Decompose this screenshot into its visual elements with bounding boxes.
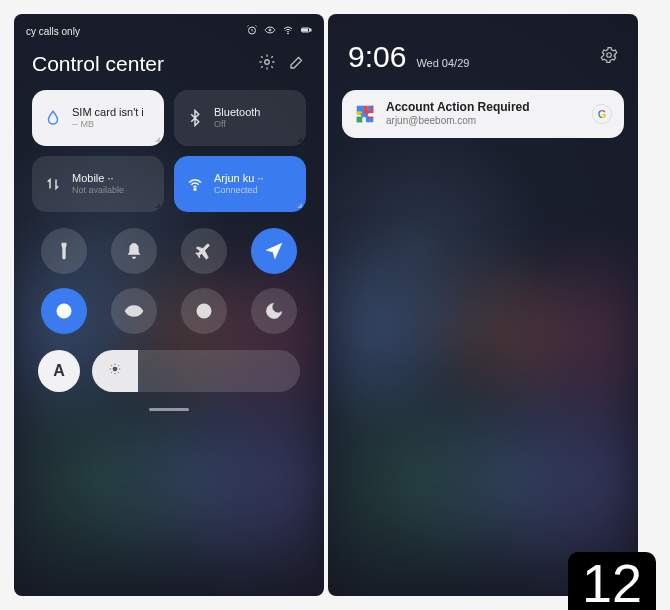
notification-title: Account Action Required — [386, 100, 582, 115]
toggle-sound[interactable] — [111, 228, 157, 274]
tile-wifi[interactable]: Arjun ku ·· Connected — [174, 156, 306, 212]
svg-rect-4 — [310, 29, 311, 31]
svg-point-1 — [269, 29, 271, 31]
tile-sim-title: SIM card isn't i — [72, 106, 144, 119]
panel-handle[interactable] — [149, 408, 189, 411]
svg-point-2 — [288, 33, 289, 34]
control-center-header: Control center — [14, 44, 324, 90]
clock-time: 9:06 — [348, 40, 406, 74]
tile-mobile-sub: Not available — [72, 185, 124, 196]
toggle-airplane[interactable] — [181, 228, 227, 274]
svg-rect-5 — [303, 29, 308, 31]
tile-mobile-title: Mobile ·· — [72, 172, 124, 185]
mobile-data-icon — [42, 175, 64, 193]
tile-mobile-data[interactable]: Mobile ·· Not available — [32, 156, 164, 212]
svg-point-13 — [607, 53, 612, 58]
toggle-reading-mode[interactable] — [111, 288, 157, 334]
lockscreen-settings-icon[interactable] — [600, 46, 618, 68]
tile-sim[interactable]: SIM card isn't i -- MB — [32, 90, 164, 146]
status-bar: cy calls only — [14, 14, 324, 44]
wifi-tile-icon — [184, 175, 206, 193]
toggle-auto-brightness[interactable]: A — [38, 350, 80, 392]
settings-icon[interactable] — [258, 53, 276, 75]
toggle-dark-mode[interactable] — [181, 288, 227, 334]
phone-left: cy calls only Control center SIM card is… — [14, 14, 324, 596]
phone-right: 9:06 Wed 04/29 Account Action Required a… — [328, 14, 638, 596]
auto-brightness-label: A — [53, 362, 65, 380]
svg-rect-9 — [62, 309, 65, 313]
svg-point-7 — [194, 188, 196, 190]
status-carrier: cy calls only — [26, 26, 80, 37]
notification-subtitle: arjun@beebom.com — [386, 115, 582, 128]
edit-icon[interactable] — [288, 53, 306, 75]
lockscreen-header: 9:06 Wed 04/29 — [328, 14, 638, 84]
wifi-icon — [282, 24, 294, 38]
tile-bluetooth[interactable]: Bluetooth Off — [174, 90, 306, 146]
clock-date: Wed 04/29 — [416, 57, 469, 69]
toggle-dnd[interactable] — [251, 288, 297, 334]
eye-icon — [264, 24, 276, 38]
google-icon: G — [592, 104, 612, 124]
battery-icon — [300, 24, 312, 38]
toggle-location[interactable] — [251, 228, 297, 274]
tile-bluetooth-title: Bluetooth — [214, 106, 260, 119]
droplet-icon — [42, 109, 64, 127]
svg-point-12 — [113, 367, 118, 372]
toggle-rotation-lock[interactable] — [41, 288, 87, 334]
toggle-grid — [14, 222, 324, 344]
bluetooth-icon — [184, 109, 206, 127]
miui-version-badge: 12 — [568, 552, 656, 610]
control-center-title: Control center — [32, 52, 164, 76]
svg-point-10 — [132, 309, 136, 313]
alarm-icon — [246, 24, 258, 38]
toggle-flashlight[interactable] — [41, 228, 87, 274]
svg-point-6 — [265, 60, 270, 65]
puzzle-icon — [354, 103, 376, 125]
tile-bluetooth-sub: Off — [214, 119, 260, 130]
tile-wifi-sub: Connected — [214, 185, 264, 196]
status-icons — [246, 24, 312, 38]
brightness-slider[interactable] — [92, 350, 300, 392]
tile-wifi-title: Arjun ku ·· — [214, 172, 264, 185]
notification-card[interactable]: Account Action Required arjun@beebom.com… — [342, 90, 624, 138]
tile-sim-sub: -- MB — [72, 119, 144, 130]
brightness-icon — [108, 362, 122, 380]
